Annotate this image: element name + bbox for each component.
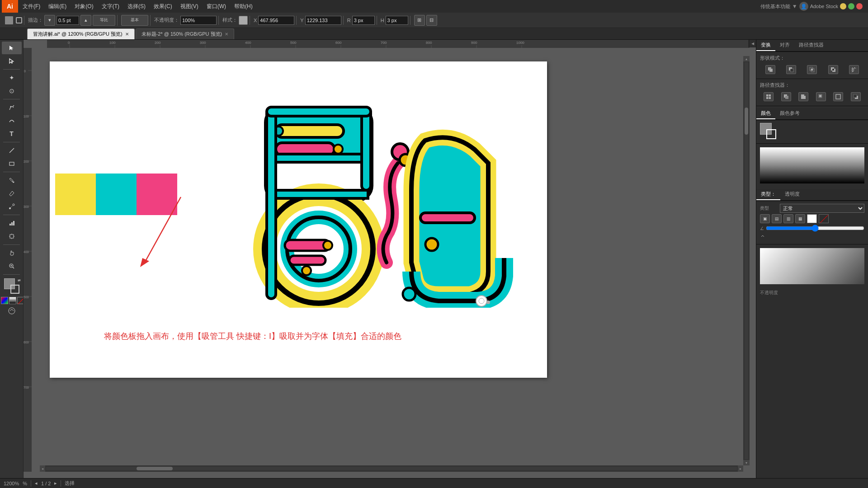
- palette-pink[interactable]: [137, 174, 177, 215]
- tab-color-ref[interactable]: 颜色参考: [775, 108, 804, 119]
- stroke-up[interactable]: ▴: [80, 15, 91, 26]
- stroke-btn[interactable]: [16, 17, 22, 23]
- outline-btn[interactable]: [833, 92, 843, 101]
- scroll-right-btn[interactable]: ▸: [738, 465, 743, 472]
- v-scroll-thumb[interactable]: [745, 108, 748, 135]
- selection-tool[interactable]: [2, 42, 22, 54]
- lasso-tool[interactable]: ⊙: [2, 84, 22, 97]
- angle-slider[interactable]: [766, 225, 864, 232]
- line-tool[interactable]: [2, 144, 22, 157]
- maximize-btn[interactable]: [848, 3, 854, 9]
- tab-pathfinder[interactable]: 路径查找器: [794, 40, 828, 51]
- menu-effect[interactable]: 效果(C): [150, 2, 176, 11]
- tab-transform[interactable]: 变换: [756, 40, 775, 51]
- tab-0[interactable]: 冒泡讲解.ai* @ 1200% (RGB/GPU 预览) ✕: [27, 28, 135, 39]
- align-left-btn[interactable]: ⊞: [414, 15, 425, 26]
- expand-btn[interactable]: 扩: [849, 65, 859, 74]
- blend-type-select[interactable]: 正常: [780, 204, 864, 213]
- menu-text[interactable]: 文字(T): [98, 2, 123, 11]
- tab-align[interactable]: 对齐: [775, 40, 794, 51]
- tab-blend[interactable]: 类型：: [756, 189, 780, 200]
- stroke-box[interactable]: [10, 285, 19, 294]
- pen-tool[interactable]: [2, 101, 22, 114]
- menu-object[interactable]: 对象(O): [71, 2, 97, 11]
- style-preview[interactable]: [239, 16, 248, 25]
- prev-page-btn[interactable]: ◂: [35, 480, 38, 486]
- menu-edit[interactable]: 编辑(E): [45, 2, 70, 11]
- opacity-white-box[interactable]: [807, 214, 817, 223]
- tab-1-close[interactable]: ✕: [225, 32, 228, 37]
- hand-tool[interactable]: [2, 247, 22, 259]
- v-scrollbar[interactable]: ▴ ▾: [743, 56, 750, 465]
- trim-btn[interactable]: [781, 92, 791, 101]
- scroll-down-btn[interactable]: ▾: [743, 460, 750, 465]
- blend-icon-2[interactable]: ▤: [772, 214, 782, 223]
- swap-icon[interactable]: ⇄: [18, 278, 22, 282]
- magic-wand-tool[interactable]: ✦: [2, 71, 22, 84]
- menu-view[interactable]: 视图(V): [177, 2, 202, 11]
- gradient-mode-btn[interactable]: [9, 297, 16, 304]
- stroke-value[interactable]: [57, 16, 79, 25]
- minus-back-btn[interactable]: [851, 92, 861, 101]
- blend-icon-1[interactable]: ▣: [760, 214, 770, 223]
- unite-btn[interactable]: [765, 65, 775, 74]
- opacity-value[interactable]: [180, 16, 217, 25]
- exclude-btn[interactable]: [828, 65, 838, 74]
- column-chart-tool[interactable]: [2, 217, 22, 230]
- menu-select[interactable]: 选择(S): [124, 2, 149, 11]
- tab-color[interactable]: 颜色: [756, 108, 775, 119]
- direct-selection-tool[interactable]: [2, 55, 22, 67]
- minimize-btn[interactable]: [840, 3, 846, 9]
- palette-cyan[interactable]: [96, 174, 137, 215]
- stroke-color-box[interactable]: [766, 129, 776, 139]
- zoom-tool[interactable]: [2, 260, 22, 272]
- change-mode-icon[interactable]: [8, 307, 15, 316]
- user-avatar[interactable]: 👤: [799, 2, 808, 11]
- eyedropper-tool[interactable]: [2, 187, 22, 200]
- curvature-tool[interactable]: [2, 114, 22, 127]
- align-right-btn[interactable]: ⊟: [426, 15, 437, 26]
- r-value[interactable]: [352, 16, 375, 25]
- color-mode-btn[interactable]: [1, 297, 8, 304]
- intersect-btn[interactable]: [807, 65, 817, 74]
- shape-tool[interactable]: [2, 157, 22, 170]
- opacity-section: 不透明度：: [152, 16, 219, 25]
- fill-btn[interactable]: [5, 16, 14, 25]
- tab-1[interactable]: 未标题-2* @ 150% (RGB/GPU 预览) ✕: [136, 28, 235, 39]
- artboard-tool[interactable]: [2, 230, 22, 243]
- v-scroll-track[interactable]: [745, 62, 748, 459]
- stroke-type[interactable]: 等比: [93, 15, 115, 26]
- h-scroll-thumb[interactable]: [137, 467, 173, 470]
- x-value[interactable]: [258, 16, 294, 25]
- none-mode-btn[interactable]: [17, 297, 24, 304]
- canvas-area[interactable]: 0 100 200 300 400 500 600 700 800 900 10…: [24, 40, 756, 478]
- tab-opacity[interactable]: 透明度: [780, 189, 804, 200]
- opacity-none-box[interactable]: [819, 214, 829, 223]
- minus-front-btn[interactable]: [786, 65, 796, 74]
- h-value[interactable]: [386, 16, 408, 25]
- merge-btn[interactable]: [798, 92, 808, 101]
- menu-file[interactable]: 文件(F): [19, 2, 44, 11]
- y-value[interactable]: [305, 16, 341, 25]
- blend-icon-3[interactable]: ▥: [783, 214, 793, 223]
- scroll-left-btn[interactable]: ◂: [40, 465, 45, 472]
- menu-help[interactable]: 帮助(H): [231, 2, 256, 11]
- menu-window[interactable]: 窗口(W): [203, 2, 230, 11]
- tool-options-left: [3, 16, 24, 25]
- h-scrollbar[interactable]: ◂ ▸: [40, 465, 743, 472]
- close-btn[interactable]: [856, 3, 863, 9]
- line-type[interactable]: 基本: [121, 15, 148, 26]
- paint-bucket-tool[interactable]: [2, 174, 22, 187]
- h-scroll-track[interactable]: [46, 467, 737, 470]
- stroke-down[interactable]: ▾: [44, 15, 55, 26]
- palette-yellow[interactable]: [55, 174, 96, 215]
- blend-icon-4[interactable]: ▦: [795, 214, 805, 223]
- text-tool[interactable]: T: [2, 127, 22, 140]
- blend-tool[interactable]: [2, 200, 22, 213]
- crop-btn[interactable]: [816, 92, 826, 101]
- scroll-up-btn[interactable]: ▴: [743, 56, 750, 61]
- next-page-btn[interactable]: ▸: [54, 480, 57, 486]
- divide-btn[interactable]: [764, 92, 774, 101]
- tab-0-close[interactable]: ✕: [125, 32, 129, 37]
- svg-line-1: [9, 148, 14, 153]
